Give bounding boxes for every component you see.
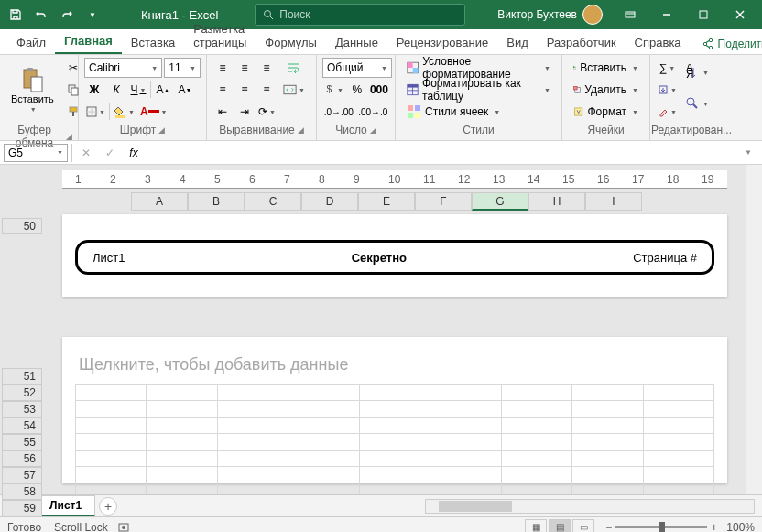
tab-view[interactable]: Вид — [497, 31, 538, 54]
tab-file[interactable]: Файл — [7, 31, 55, 54]
cell[interactable] — [501, 451, 572, 467]
row-header[interactable]: 59 — [2, 500, 42, 516]
cell[interactable] — [76, 418, 147, 434]
cell[interactable] — [501, 434, 572, 451]
align-bottom-icon[interactable]: ≡ — [256, 58, 277, 78]
cell[interactable] — [430, 385, 501, 401]
comma-format-icon[interactable]: 000 — [369, 80, 389, 100]
cell[interactable] — [217, 434, 288, 451]
column-header[interactable]: G — [472, 192, 528, 211]
row-header[interactable]: 53 — [2, 401, 42, 418]
column-header[interactable]: H — [528, 192, 585, 211]
zoom-control[interactable]: − + 100% — [605, 521, 755, 533]
save-icon[interactable] — [4, 3, 27, 27]
cell[interactable] — [76, 467, 147, 483]
clear-icon[interactable]: ▼ — [656, 102, 679, 122]
zoom-level[interactable]: 100% — [726, 521, 755, 533]
orientation-icon[interactable]: ⟳▼ — [256, 102, 278, 122]
cell[interactable] — [147, 483, 217, 495]
merge-cells-icon[interactable]: ▼ — [281, 80, 307, 100]
cell[interactable] — [217, 401, 288, 418]
cell[interactable] — [217, 418, 288, 434]
find-select-icon[interactable]: ▼ — [682, 89, 711, 118]
font-launcher-icon[interactable]: ◢ — [158, 125, 165, 135]
horizontal-scrollbar[interactable] — [425, 499, 755, 514]
align-top-icon[interactable]: ≡ — [212, 58, 233, 78]
underline-button[interactable]: Ч▼ — [128, 80, 148, 100]
cell[interactable] — [643, 467, 714, 483]
align-middle-icon[interactable]: ≡ — [234, 58, 255, 78]
cell[interactable] — [288, 467, 359, 483]
accounting-format-icon[interactable]: $▼ — [322, 80, 345, 100]
fill-color-icon[interactable]: ▼ — [112, 102, 136, 122]
conditional-formatting-button[interactable]: Условное форматирование▼ — [401, 58, 556, 78]
cell[interactable] — [359, 385, 430, 401]
row-header[interactable]: 51 — [2, 368, 42, 385]
number-format-combo[interactable]: ▼ — [322, 58, 392, 78]
tab-review[interactable]: Рецензирование — [387, 31, 497, 54]
expand-formula-bar-icon[interactable]: ▼ — [738, 143, 758, 163]
row-header[interactable]: 50 — [2, 218, 42, 234]
cell[interactable] — [643, 385, 714, 401]
autosum-icon[interactable]: ∑▼ — [656, 58, 679, 78]
enter-formula-icon[interactable]: ✓ — [100, 143, 120, 163]
sort-filter-icon[interactable]: AЯ▼ — [682, 58, 711, 87]
cell[interactable] — [288, 451, 359, 467]
redo-icon[interactable] — [55, 3, 79, 27]
tab-home[interactable]: Главная — [55, 29, 122, 54]
sheet-tab-1[interactable]: Лист1 — [36, 495, 95, 516]
minimize-icon[interactable] — [648, 0, 685, 29]
format-as-table-button[interactable]: Форматировать как таблицу▼ — [401, 80, 556, 100]
cell[interactable] — [217, 385, 288, 401]
cell[interactable] — [430, 434, 501, 451]
undo-icon[interactable] — [29, 3, 53, 27]
maximize-icon[interactable] — [685, 0, 722, 29]
close-icon[interactable] — [722, 0, 758, 29]
tab-help[interactable]: Справка — [626, 31, 691, 54]
row-header[interactable]: 54 — [2, 418, 42, 434]
cell[interactable] — [572, 385, 643, 401]
wrap-text-icon[interactable] — [281, 58, 307, 78]
cell[interactable] — [501, 467, 572, 483]
paste-button[interactable]: Вставить ▼ — [5, 58, 60, 120]
insert-cells-button[interactable]: Вставить▼ — [568, 58, 644, 78]
decrease-font-icon[interactable]: A▼ — [175, 80, 195, 100]
page-break-view-icon[interactable]: ▭ — [572, 519, 594, 533]
add-sheet-button[interactable]: + — [99, 497, 117, 516]
cell[interactable] — [76, 385, 147, 401]
number-launcher-icon[interactable]: ◢ — [370, 125, 376, 135]
cell[interactable] — [572, 483, 643, 495]
format-cells-button[interactable]: Формат▼ — [568, 102, 644, 122]
cell[interactable] — [572, 467, 643, 483]
borders-icon[interactable]: ▼ — [84, 102, 107, 122]
formula-input[interactable] — [147, 144, 735, 162]
cell[interactable] — [147, 401, 217, 418]
cell[interactable] — [217, 467, 288, 483]
search-input[interactable] — [279, 8, 457, 21]
cell[interactable] — [147, 451, 217, 467]
cell-styles-button[interactable]: Стили ячеек▼ — [401, 102, 556, 122]
tab-developer[interactable]: Разработчик — [538, 31, 626, 54]
cell[interactable] — [572, 418, 643, 434]
vertical-scrollbar[interactable] — [746, 165, 762, 494]
cell[interactable] — [501, 385, 572, 401]
cell[interactable] — [147, 385, 217, 401]
percent-format-icon[interactable]: % — [347, 80, 367, 100]
delete-cells-button[interactable]: Удалить▼ — [568, 80, 644, 100]
cell[interactable] — [643, 434, 714, 451]
align-launcher-icon[interactable]: ◢ — [298, 125, 304, 135]
zoom-slider[interactable] — [615, 526, 707, 528]
tab-insert[interactable]: Вставка — [122, 31, 184, 54]
column-header[interactable]: A — [131, 192, 188, 211]
column-header[interactable]: B — [188, 192, 245, 211]
bold-button[interactable]: Ж — [84, 80, 104, 100]
cell[interactable] — [217, 483, 288, 495]
cell[interactable] — [359, 434, 430, 451]
ribbon-options-icon[interactable] — [612, 0, 648, 29]
cell[interactable] — [501, 418, 572, 434]
font-size-combo[interactable]: ▼ — [164, 58, 201, 78]
cell[interactable] — [288, 401, 359, 418]
search-box[interactable] — [255, 4, 465, 26]
cell[interactable] — [643, 401, 714, 418]
clipboard-launcher-icon[interactable]: ◢ — [66, 132, 72, 141]
